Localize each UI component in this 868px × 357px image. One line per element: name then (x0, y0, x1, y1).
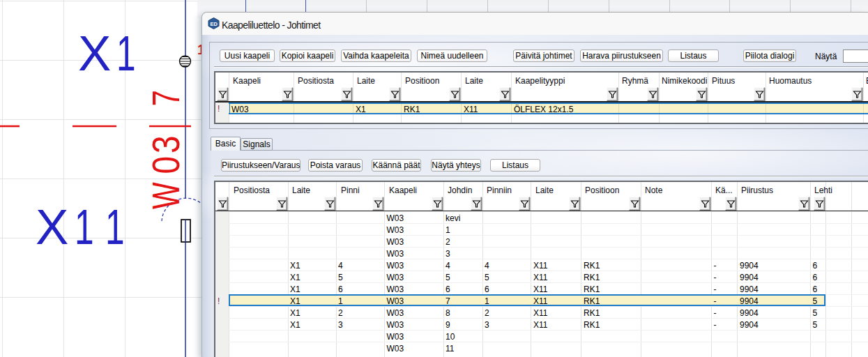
svg-text:ED: ED (210, 21, 218, 27)
svg-text:0: 0 (144, 156, 188, 174)
svg-text:7: 7 (144, 90, 187, 106)
svg-text:3: 3 (144, 135, 188, 153)
svg-text:W: W (144, 182, 188, 209)
